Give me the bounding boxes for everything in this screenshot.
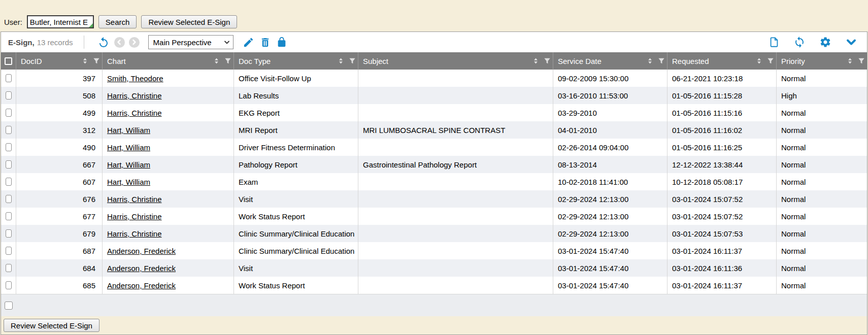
- subject-cell: MRI LUMBOSACRAL SPINE CONTRAST: [358, 121, 553, 139]
- toolbar-right-icons: [766, 36, 860, 48]
- doctype-cell: Exam: [234, 173, 358, 190]
- requested-cell: 03-01-2024 15:07:53: [667, 225, 777, 242]
- row-checkbox[interactable]: [6, 212, 12, 220]
- lock-icon[interactable]: [276, 37, 287, 48]
- row-checkbox[interactable]: [6, 281, 12, 289]
- filter-icon[interactable]: [858, 57, 865, 64]
- filter-icon[interactable]: [224, 57, 231, 64]
- grid-toolbar: E-Sign, 13 records Main Perspective: [1, 32, 867, 52]
- refresh-icon[interactable]: [793, 36, 806, 48]
- docid-cell: 685: [16, 277, 103, 294]
- perspective-select[interactable]: Main Perspective: [148, 35, 233, 49]
- doctype-cell: EKG Report: [234, 104, 358, 121]
- header-requested[interactable]: Requested: [667, 52, 777, 70]
- header-chart-label: Chart: [107, 57, 211, 65]
- row-checkbox[interactable]: [6, 74, 12, 82]
- chart-link[interactable]: Hart, William: [107, 143, 150, 152]
- chart-link[interactable]: Harris, Christine: [107, 229, 162, 238]
- requested-cell: 10-12-2018 05:08:17: [667, 173, 777, 190]
- row-checkbox[interactable]: [6, 247, 12, 255]
- header-priority[interactable]: Priority: [777, 52, 867, 70]
- header-priority-icons: [847, 57, 865, 64]
- header-subject[interactable]: Subject: [358, 52, 553, 70]
- sort-icon[interactable]: [213, 57, 220, 64]
- requested-cell: 01-05-2016 11:16:02: [667, 121, 777, 139]
- chart-link[interactable]: Hart, William: [107, 160, 150, 169]
- chart-link[interactable]: Harris, Christine: [107, 91, 162, 100]
- service-date-cell: 02-29-2024 12:13:00: [553, 208, 667, 225]
- chart-link[interactable]: Harris, Christine: [107, 195, 162, 204]
- undo-icon[interactable]: [97, 36, 110, 48]
- header-docid[interactable]: DocID: [16, 52, 103, 70]
- table-footer-strip: [1, 294, 867, 316]
- priority-cell: Normal: [777, 104, 867, 121]
- sort-icon[interactable]: [647, 57, 653, 64]
- chart-link[interactable]: Hart, William: [107, 126, 150, 135]
- sort-icon[interactable]: [82, 57, 88, 64]
- new-document-icon[interactable]: [769, 36, 780, 48]
- header-chart[interactable]: Chart: [103, 52, 234, 70]
- requested-cell: 03-01-2024 15:07:52: [667, 208, 777, 225]
- chart-cell: Harris, Christine: [103, 104, 234, 121]
- chevron-down-icon[interactable]: [845, 36, 857, 48]
- header-doctype[interactable]: Doc Type: [234, 52, 358, 70]
- sort-icon[interactable]: [756, 57, 762, 64]
- table-row: 667 Hart, William Pathology Report Gastr…: [1, 156, 867, 173]
- row-checkbox[interactable]: [6, 264, 12, 272]
- row-checkbox[interactable]: [6, 91, 12, 99]
- service-date-cell: 10-02-2018 11:41:00: [553, 173, 667, 190]
- row-checkbox[interactable]: [6, 178, 12, 186]
- filter-icon[interactable]: [93, 57, 100, 64]
- service-date-cell: 02-29-2024 12:13:00: [553, 190, 667, 208]
- sort-icon[interactable]: [532, 57, 539, 64]
- footer-checkbox[interactable]: [5, 302, 13, 310]
- table-row: 679 Harris, Christine Clinic Summary/Cli…: [1, 225, 867, 242]
- chart-link[interactable]: Harris, Christine: [107, 212, 162, 221]
- row-checkbox-cell: [1, 190, 16, 208]
- review-selected-esign-button-bottom[interactable]: Review Selected E-Sign: [4, 319, 99, 332]
- select-all-checkbox[interactable]: [5, 57, 12, 65]
- sort-icon[interactable]: [847, 57, 853, 64]
- filter-icon[interactable]: [658, 57, 665, 64]
- header-service-date-icons: [647, 57, 665, 64]
- row-checkbox[interactable]: [6, 109, 12, 117]
- row-checkbox[interactable]: [6, 160, 12, 169]
- prev-icon[interactable]: [114, 37, 125, 48]
- priority-cell: Normal: [777, 277, 867, 294]
- pencil-icon[interactable]: [243, 37, 254, 48]
- filter-icon[interactable]: [544, 57, 551, 64]
- service-date-cell: 03-01-2024 15:47:40: [553, 259, 667, 277]
- header-docid-icons: [82, 57, 100, 64]
- search-button[interactable]: Search: [98, 15, 137, 28]
- header-service-date[interactable]: Service Date: [553, 52, 667, 70]
- table-row: 312 Hart, William MRI Report MRI LUMBOSA…: [1, 121, 867, 139]
- doctype-cell: Office Visit-Follow Up: [234, 70, 358, 87]
- row-checkbox[interactable]: [6, 126, 12, 134]
- user-input-wrap: [27, 15, 94, 28]
- service-date-cell: 02-29-2024 12:13:00: [553, 225, 667, 242]
- chart-link[interactable]: Anderson, Frederick: [107, 281, 176, 290]
- toolbar-divider: [84, 36, 84, 49]
- service-date-cell: 09-02-2009 15:30:00: [553, 70, 667, 87]
- filter-icon[interactable]: [349, 57, 356, 64]
- chart-link[interactable]: Hart, William: [107, 178, 150, 186]
- sort-icon[interactable]: [338, 57, 344, 64]
- chart-link[interactable]: Anderson, Frederick: [107, 264, 176, 273]
- row-checkbox[interactable]: [6, 195, 12, 203]
- chart-link[interactable]: Harris, Christine: [107, 109, 162, 117]
- user-input[interactable]: [28, 17, 88, 27]
- filter-icon[interactable]: [767, 57, 774, 64]
- next-icon[interactable]: [129, 37, 140, 48]
- gear-icon[interactable]: [819, 36, 831, 48]
- review-selected-esign-button-top[interactable]: Review Selected E-Sign: [141, 15, 237, 28]
- row-checkbox-cell: [1, 259, 16, 277]
- row-checkbox[interactable]: [6, 143, 12, 151]
- trash-icon[interactable]: [259, 37, 271, 48]
- chart-link[interactable]: Smith, Theodore: [107, 74, 163, 83]
- row-checkbox[interactable]: [6, 229, 12, 238]
- docid-cell: 684: [16, 259, 103, 277]
- chart-cell: Anderson, Frederick: [103, 242, 234, 259]
- chart-link[interactable]: Anderson, Frederick: [107, 247, 176, 255]
- table-row: 676 Harris, Christine Visit 02-29-2024 1…: [1, 190, 867, 208]
- docid-cell: 312: [16, 121, 103, 139]
